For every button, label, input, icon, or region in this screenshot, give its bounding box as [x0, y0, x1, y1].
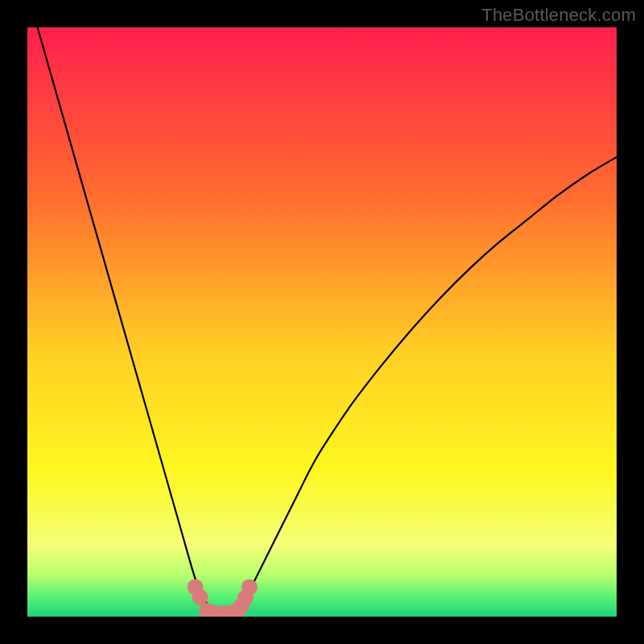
watermark-label: TheBottleneck.com — [481, 5, 636, 26]
curve-marker — [242, 579, 258, 595]
plot-area — [27, 27, 617, 617]
bottleneck-chart — [27, 27, 617, 617]
gradient-background — [27, 27, 617, 617]
chart-frame: TheBottleneck.com — [0, 0, 644, 644]
